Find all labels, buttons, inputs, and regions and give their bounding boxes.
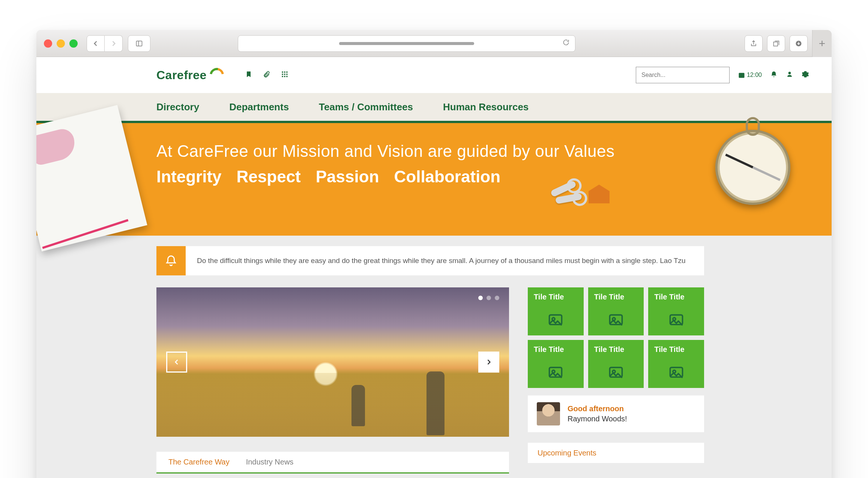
download-icon [795,40,802,47]
maximize-window-button[interactable] [69,39,78,48]
image-icon [608,312,624,330]
tile-grid: Tile Title Tile Title Tile Title Ti [528,287,704,388]
clock-time: 12:00 [747,72,762,78]
bookmark-button[interactable] [245,71,252,80]
content-tabs: The Carefree Way Industry News [156,452,509,473]
page: Carefree 12:00 [36,57,832,478]
settings-button[interactable] [802,71,809,80]
svg-rect-4 [282,71,283,72]
image-icon [547,312,564,330]
tile[interactable]: Tile Title [528,340,584,388]
share-button[interactable] [745,35,763,52]
hero-compass-image [715,130,790,205]
quote-icon-box [156,246,186,275]
notifications-button[interactable] [770,71,778,80]
hero-headline: At CareFree our Mission and Vision are g… [156,142,809,161]
profile-button[interactable] [786,71,793,80]
upcoming-events-title: Upcoming Events [538,449,596,457]
tab-industry-news[interactable]: Industry News [246,458,294,472]
main-column: The Carefree Way Industry News [156,287,509,473]
tile-title: Tile Title [534,345,578,354]
hero-map-image [36,105,147,251]
apps-button[interactable] [281,71,288,80]
svg-rect-6 [286,71,287,72]
quote-text: Do the difficult things while they are e… [186,257,697,265]
upcoming-events-header[interactable]: Upcoming Events [528,443,704,463]
paperclip-icon [263,71,270,78]
brand-logo[interactable]: Carefree [156,67,225,83]
greeting-name: Raymond Woods! [568,415,627,423]
svg-rect-2 [773,42,778,46]
tile[interactable]: Tile Title [588,287,644,335]
svg-rect-11 [284,76,285,77]
share-icon [750,40,757,47]
hero-banner: At CareFree our Mission and Vision are g… [36,123,832,236]
calendar-icon [738,71,745,79]
bookmark-icon [245,71,252,78]
minimize-window-button[interactable] [57,39,65,48]
address-bar[interactable] [238,35,575,52]
downloads-button[interactable] [790,35,808,52]
topbar-right: 12:00 [636,67,809,83]
search-input[interactable] [636,67,730,83]
tile-title: Tile Title [594,345,638,354]
nav-item-directory[interactable]: Directory [156,101,199,113]
new-tab-button[interactable]: + [812,30,832,57]
hero-value: Collaboration [394,167,501,186]
carousel-next-button[interactable] [478,352,499,373]
bell-icon [770,71,778,78]
brand-name: Carefree [156,68,207,82]
main-nav: Directory Departments Teams / Committees… [36,93,832,123]
greeting-card: Good afternoon Raymond Woods! [528,395,704,432]
tile[interactable]: Tile Title [648,340,704,388]
sidebar-toggle-button[interactable] [128,35,150,52]
back-button[interactable] [87,35,105,52]
browser-tools: + [745,30,824,57]
apps-grid-icon [281,71,288,78]
reload-icon [562,39,570,46]
avatar [537,402,560,425]
chevron-right-icon [110,40,117,47]
tile[interactable]: Tile Title [528,287,584,335]
image-icon [547,365,564,383]
carousel-dot[interactable] [478,296,483,300]
carousel-dot[interactable] [495,296,499,300]
svg-rect-0 [137,41,142,46]
browser-chrome: + [36,30,832,57]
svg-rect-9 [286,74,287,75]
content: Do the difficult things while they are e… [156,236,704,478]
url-placeholder [339,42,474,45]
quote-bar: Do the difficult things while they are e… [156,246,704,275]
sidebar-icon [135,40,143,47]
tabs-icon [772,40,780,47]
nav-item-departments[interactable]: Departments [229,101,289,113]
image-icon [668,312,685,330]
hero-carousel [156,287,509,437]
carousel-dot[interactable] [487,296,491,300]
close-window-button[interactable] [44,39,52,48]
reload-button[interactable] [562,39,570,48]
window-controls [44,39,78,48]
chevron-left-icon [173,358,180,366]
nav-item-human-resources[interactable]: Human Resources [443,101,529,113]
chevron-right-icon [485,358,493,366]
bell-outline-icon [165,254,177,267]
hero-keys-image [550,176,607,217]
carousel-prev-button[interactable] [166,352,187,373]
tile-title: Tile Title [534,293,578,301]
image-icon [608,365,624,383]
site-topbar: Carefree 12:00 [36,57,832,93]
hero-values: Integrity Respect Passion Collaboration [156,167,809,186]
tile[interactable]: Tile Title [588,340,644,388]
tab-carefree-way[interactable]: The Carefree Way [168,458,230,472]
tile-title: Tile Title [654,293,698,301]
svg-rect-7 [282,74,283,75]
tabs-button[interactable] [767,35,785,52]
gear-icon [802,71,809,78]
nav-item-teams-committees[interactable]: Teams / Committees [319,101,413,113]
forward-button[interactable] [105,35,123,52]
nav-back-forward [87,35,123,52]
tile[interactable]: Tile Title [648,287,704,335]
clock[interactable]: 12:00 [738,71,762,79]
attachment-button[interactable] [263,71,270,80]
